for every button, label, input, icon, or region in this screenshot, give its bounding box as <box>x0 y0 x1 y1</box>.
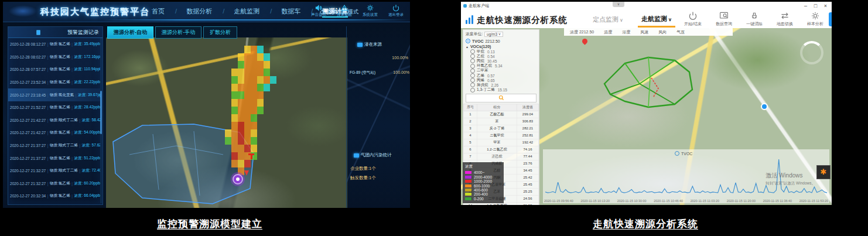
table-row[interactable]: 6 1,2-二氯乙烷 74.16 <box>464 146 539 153</box>
maximize-button[interactable]: □ <box>811 2 821 10</box>
alert-record-row[interactable]: 2020-12-28 08:02:27| 物质:氯乙烯| 浓度: 172.16p… <box>8 51 100 64</box>
species-radio-row[interactable]: 丙烯 0.65 <box>463 78 539 83</box>
data-query-icon <box>719 11 729 20</box>
legend-item: 400-600 <box>465 188 501 192</box>
alert-record-row[interactable]: 2020-12-27 23:18:45| 物质:氧化亚氮| 浓度: 39.67p… <box>8 88 100 101</box>
info-field: 浓度 2212.50 <box>570 29 594 35</box>
map-tab[interactable]: 溯源分析-手动 <box>155 26 201 39</box>
alert-record-row[interactable]: 2020-12-27 23:52:34| 物质:氯乙烯| 浓度: 22.22pp… <box>8 76 100 89</box>
alert-record-row[interactable]: 2020-12-27 21:37:27| 物质:氯乙烯| 浓度: 51.22pp… <box>8 152 100 165</box>
sound-alert-button[interactable]: 声音提示 <box>308 4 329 18</box>
alert-record-row[interactable]: 2020-12-27 20:32:34| 物质:氯乙烯| 浓度: 66.04pp… <box>8 190 100 203</box>
table-header-row: 序号 组分 浓度值 <box>464 104 539 111</box>
legend-swatch <box>465 189 471 191</box>
alert-record-row[interactable]: 2020-12-28 08:12:27| 物质:氯乙烯| 浓度: 35.49pp… <box>8 38 100 51</box>
nav-item[interactable]: 数据车 <box>265 7 306 16</box>
scrollbar[interactable] <box>100 38 102 203</box>
data-query-button[interactable]: 数据查询 <box>716 11 732 27</box>
match-percent: 100.00% <box>392 56 408 60</box>
species-radio-row[interactable]: 丙烷 30.45 <box>463 59 539 63</box>
driving-map[interactable]: 浓度 2212.50温度湿度风速风向气压 浓度单位: ug/m3 ˅ TVOC <box>461 28 832 205</box>
window-controls: – □ × <box>801 2 831 10</box>
clear-all-button[interactable]: 一键清除 <box>746 11 763 27</box>
toolbar: 开始/结束 数据查询 一键清除 地图切换 样本分析 <box>684 11 823 27</box>
table-row[interactable]: 1 乙酸乙酯 299.04 <box>464 111 539 118</box>
table-row[interactable]: 5 甲苯 192.42 <box>464 139 539 146</box>
concentration-legend: 浓度 4000~ 2000-4000 <box>463 162 504 203</box>
match-percent-2: 100.00% <box>393 70 409 74</box>
alert-record-row[interactable]: 2020-12-27 21:32:27| 物质:顺式丁二烯| 浓度: 72.40… <box>8 165 100 177</box>
table-row[interactable]: 7 正己烷 77.44 <box>464 153 539 160</box>
map-tab[interactable]: 扩散分析 <box>203 26 237 39</box>
nav-item[interactable]: 走航监测 <box>217 7 265 16</box>
table-row[interactable]: 2 苯 306.83 <box>464 118 539 125</box>
power-icon <box>392 4 400 12</box>
side-drawer-handle[interactable] <box>829 12 832 26</box>
source-location-marker[interactable] <box>233 174 243 184</box>
sample-analysis-button[interactable]: 样本分析 <box>807 11 823 27</box>
nav-item[interactable]: 首页 <box>135 7 170 16</box>
radio-icon <box>470 69 475 73</box>
station-label: FG-89 (空气站) <box>350 70 375 76</box>
species-radio-row[interactable]: 甲烷 0.13 <box>463 49 539 54</box>
right-caption: 走航快速溯源分析系统 <box>593 217 698 231</box>
antivirus-float-icon[interactable]: ✱ <box>816 165 831 179</box>
gear-icon <box>366 4 374 12</box>
tab-fixed-monitoring[interactable]: 定点监测∨ <box>593 15 623 24</box>
scrollbar-thumb[interactable] <box>100 91 102 134</box>
red-pin-icon[interactable] <box>581 37 589 45</box>
species-radio-row[interactable]: 乙烷 0.54 <box>463 54 539 59</box>
table-row[interactable]: 4 二氯甲烷 252.81 <box>464 132 539 139</box>
species-radio-row[interactable]: 1,3-丁二烯 15.15 <box>463 88 539 93</box>
stats-badge-icon <box>354 153 359 158</box>
tvoc-radio-row[interactable]: TVOC 2212.50 <box>463 38 539 44</box>
alert-record-row[interactable]: 2020-12-27 21:52:27| 物质:氯乙烯| 浓度: 28.42pp… <box>8 101 100 114</box>
map-switch-button[interactable]: 地图切换 <box>777 11 793 27</box>
system-settings-button[interactable]: 系统设置 <box>360 4 381 18</box>
logout-button[interactable]: 退出登录 <box>385 4 406 18</box>
alert-record-row[interactable]: 2020-12-27 21:42:27| 物质:氯乙烯| 浓度: 54.00pp… <box>8 126 100 139</box>
species-list: 甲烷 0.13 乙烷 0.54 丙烷 30.45 <box>463 49 539 93</box>
warning-alert-button[interactable]: 预警提醒 <box>334 4 355 18</box>
legend-item: 0-200 <box>465 197 501 201</box>
radio-icon <box>470 73 475 78</box>
radio-icon <box>470 64 475 69</box>
radio-icon <box>470 83 475 87</box>
start-stop-button[interactable]: 开始/结束 <box>684 11 702 27</box>
radio-icon <box>470 54 475 59</box>
header-icon-group: 声音提示 预警提醒 系统设置 退出登录 <box>308 4 406 18</box>
radio-icon <box>470 78 475 83</box>
close-button[interactable]: × <box>821 2 831 10</box>
nav-item[interactable]: 数据分析 <box>170 7 217 16</box>
marker-center-dot <box>236 177 240 181</box>
search-icon <box>498 95 504 101</box>
satellite-map[interactable]: 溯源分析-自动溯源分析-手动扩散分析 <box>106 26 347 208</box>
tab-mobile-monitoring[interactable]: 走航监测∨ <box>641 15 672 23</box>
x-tick-label: 2020-11-15 10:30:00 <box>617 199 647 203</box>
brush-icon <box>750 11 759 20</box>
unit-dropdown[interactable]: ug/m3 ˅ <box>484 32 503 37</box>
species-radio-row[interactable]: 乙烯 0.57 <box>463 73 539 78</box>
red-pin-icon[interactable] <box>244 170 249 176</box>
minimize-button[interactable]: – <box>801 2 811 10</box>
vehicle-position-marker[interactable] <box>761 103 768 110</box>
alert-record-row[interactable]: 2020-12-27 21:37:27| 物质:顺式丁二烯| 浓度: 57.62… <box>8 139 100 152</box>
triangle-icon: ▲ <box>466 45 469 49</box>
map-tab[interactable]: 溯源分析-自动 <box>107 26 153 39</box>
loading-spinner <box>800 41 823 64</box>
species-radio-row[interactable]: 二甲苯 <box>463 69 539 73</box>
alert-record-list: 2020-12-28 08:12:27| 物质:氯乙烯| 浓度: 35.49pp… <box>8 38 100 203</box>
x-tick-label: 2020-11-15 11:36:40 <box>763 199 792 203</box>
species-search-input[interactable] <box>466 94 536 102</box>
radio-icon <box>470 59 475 63</box>
table-row[interactable]: 3 反-2-丁烯 282.21 <box>464 125 539 132</box>
vocs-group-toggle[interactable]: ▲ VOCs(120) <box>463 44 539 49</box>
x-tick-label: 2020-11-15 11:20:00 <box>727 199 756 203</box>
alert-record-row[interactable]: 2020-12-27 21:32:27| 物质:氯乙烯| 浓度: 60.20pp… <box>8 177 100 190</box>
species-radio-row[interactable]: 异戊烷 2.26 <box>463 83 539 87</box>
species-radio-row[interactable]: 环氧乙烷 5.34 <box>463 64 539 69</box>
radio-icon <box>466 39 470 43</box>
collapse-tab[interactable]: ∨ <box>613 2 624 7</box>
alert-record-row[interactable]: 2020-12-27 21:42:27| 物质:顺式丁二烯| 浓度: 58.42… <box>8 114 100 127</box>
alert-record-row[interactable]: 2020-12-28 07:57:27| 物质:氯乙烯| 浓度: 110.94p… <box>8 63 100 76</box>
